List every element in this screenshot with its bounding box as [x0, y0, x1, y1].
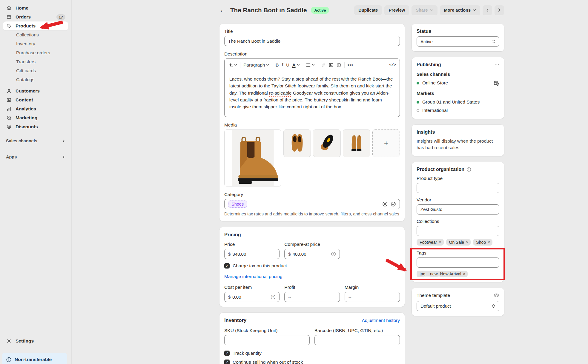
annotation-arrow-products	[32, 20, 65, 32]
category-input[interactable]: Shoes	[224, 199, 400, 209]
barcode-input[interactable]	[314, 335, 400, 345]
cost-per-item-input[interactable]: $0.00 ?	[224, 292, 280, 302]
italic-button[interactable]: I	[282, 62, 283, 67]
bold-button[interactable]: B	[275, 62, 279, 67]
sidebar-item-products[interactable]: Products	[3, 21, 68, 30]
media-image-main[interactable]	[224, 129, 281, 186]
magic-text-icon[interactable]	[228, 63, 237, 67]
chevron-down-icon	[266, 64, 269, 66]
text-color-button[interactable]: A	[292, 62, 300, 67]
sidebar-item-orders[interactable]: Orders 17	[3, 13, 68, 21]
compare-at-price-input[interactable]: $400.00 ?	[284, 249, 340, 259]
remove-icon[interactable]: ×	[439, 240, 441, 245]
insert-image-icon[interactable]	[329, 63, 334, 67]
sidebar-item-home[interactable]: Home	[3, 4, 68, 13]
preview-button[interactable]: Preview	[384, 5, 409, 15]
orders-icon	[6, 14, 12, 20]
theme-template-label: Theme template	[417, 293, 450, 298]
link-icon[interactable]	[321, 63, 326, 67]
html-code-icon[interactable]: </>	[389, 63, 396, 67]
help-icon[interactable]: ?	[331, 252, 336, 257]
description-text[interactable]: Laces, who needs them? Stay a step ahead…	[225, 71, 400, 117]
sidebar-item-gift-cards[interactable]: Gift cards	[3, 66, 68, 75]
help-icon[interactable]: ?	[271, 294, 276, 300]
back-arrow-icon[interactable]: ←	[219, 7, 226, 13]
profit-label: Profit	[284, 285, 340, 290]
charge-tax-checkbox[interactable]: ✓	[224, 263, 230, 269]
category-value-pill[interactable]: Shoes	[228, 200, 247, 208]
sidebar-item-catalogs[interactable]: Catalogs	[3, 75, 68, 84]
collections-input[interactable]	[417, 226, 499, 236]
share-button[interactable]: Share	[412, 5, 437, 15]
collection-pill: Shop×	[473, 239, 492, 246]
compare-at-price-label: Compare-at price	[284, 242, 340, 247]
media-thumb-top-view[interactable]	[283, 129, 311, 157]
remove-icon[interactable]: ×	[466, 240, 468, 245]
manage-international-pricing-link[interactable]: Manage international pricing	[224, 274, 283, 279]
vendor-input[interactable]: Zest Gusto	[417, 204, 499, 215]
status-select[interactable]: Active	[417, 36, 499, 47]
media-thumb-back-view[interactable]	[343, 129, 370, 157]
sidebar-item-inventory[interactable]: Inventory	[3, 39, 68, 48]
insert-video-icon[interactable]	[337, 63, 341, 67]
sidebar-item-customers[interactable]: Customers	[3, 87, 68, 95]
sidebar-item-transfers[interactable]: Transfers	[3, 57, 68, 66]
sidebar-item-collections[interactable]: Collections	[3, 30, 68, 39]
remove-icon[interactable]: ×	[463, 272, 465, 276]
more-formatting-icon[interactable]: •••	[348, 62, 353, 68]
sidebar-item-label: Home	[16, 5, 28, 11]
sidebar-section-sales-channels[interactable]: Sales channels	[6, 136, 65, 146]
sidebar-item-marketing[interactable]: Marketing	[3, 113, 68, 122]
sidebar-item-discounts[interactable]: Discounts	[3, 122, 68, 131]
sidebar-item-settings[interactable]: Settings	[3, 337, 68, 346]
svg-text:?: ?	[333, 252, 334, 255]
media-thumb-sole-view[interactable]	[313, 129, 340, 157]
home-icon	[6, 5, 12, 11]
underline-button[interactable]: U	[286, 63, 289, 67]
chevron-down-icon	[312, 64, 315, 66]
sales-channels-subhead: Sales channels	[417, 72, 499, 77]
chevron-right-icon	[62, 155, 65, 159]
title-input[interactable]: The Ranch Boot in Saddle	[224, 36, 400, 46]
theme-template-card: Theme template Default product	[412, 288, 504, 316]
price-input[interactable]: $348.00	[224, 249, 280, 259]
chevron-down-icon	[297, 64, 300, 66]
info-icon[interactable]	[466, 167, 471, 172]
plus-icon: +	[384, 139, 388, 147]
sidebar-item-content[interactable]: Content	[3, 95, 68, 104]
margin-field[interactable]: --	[345, 292, 400, 302]
content-icon	[6, 97, 12, 103]
sidebar-section-apps[interactable]: Apps	[6, 152, 65, 162]
sku-input[interactable]	[224, 335, 310, 345]
description-editor: Paragraph B I U A	[224, 58, 400, 117]
sidebar-item-analytics[interactable]: Analytics	[3, 104, 68, 113]
chevron-right-icon	[62, 139, 65, 143]
eye-icon[interactable]	[494, 293, 499, 297]
circle-x-icon[interactable]	[382, 201, 388, 207]
product-type-input[interactable]	[417, 183, 499, 193]
add-media-button[interactable]: +	[372, 129, 400, 157]
chevron-down-icon	[430, 9, 433, 11]
next-product-button[interactable]	[495, 5, 504, 15]
adjustment-history-link[interactable]: Adjustment history	[362, 318, 400, 323]
collection-pill: Footwear×	[417, 239, 444, 246]
schedule-calendar-icon[interactable]	[494, 80, 499, 86]
cost-per-item-label: Cost per item	[224, 285, 280, 290]
profit-field[interactable]: --	[284, 292, 340, 302]
sidebar-item-purchase-orders[interactable]: Purchase orders	[3, 48, 68, 57]
alignment-button[interactable]	[306, 63, 315, 67]
continue-selling-checkbox[interactable]: ✓	[224, 360, 230, 364]
more-horizontal-icon[interactable]	[495, 64, 499, 66]
non-transferable-banner: Non-transferable	[2, 353, 67, 364]
publishing-card: Publishing Sales channels Online Store M…	[412, 57, 504, 119]
previous-product-button[interactable]	[483, 5, 492, 15]
tags-input[interactable]	[417, 257, 499, 268]
remove-icon[interactable]: ×	[488, 240, 490, 245]
paragraph-style-dropdown[interactable]: Paragraph	[243, 62, 269, 68]
track-quantity-checkbox[interactable]: ✓	[224, 351, 230, 356]
media-grid: +	[224, 129, 400, 186]
circle-check-icon[interactable]	[391, 201, 396, 207]
duplicate-button[interactable]: Duplicate	[354, 5, 382, 15]
theme-template-select[interactable]: Default product	[417, 301, 499, 311]
more-actions-button[interactable]: More actions	[440, 5, 480, 15]
